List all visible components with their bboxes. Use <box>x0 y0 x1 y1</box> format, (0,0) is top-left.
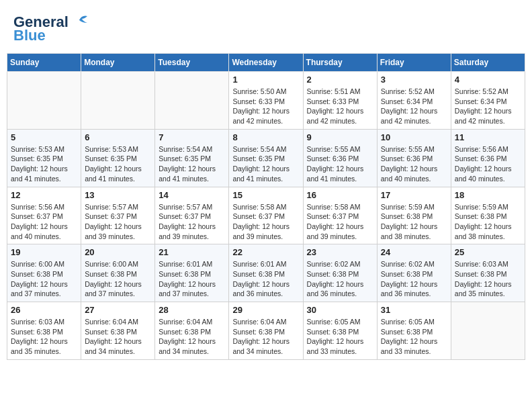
calendar-cell: 4Sunrise: 5:52 AM Sunset: 6:34 PM Daylig… <box>451 72 525 130</box>
day-number: 10 <box>381 132 447 142</box>
calendar-cell: 1Sunrise: 5:50 AM Sunset: 6:33 PM Daylig… <box>229 72 303 130</box>
calendar-cell: 5Sunrise: 5:53 AM Sunset: 6:35 PM Daylig… <box>7 129 81 187</box>
day-number: 7 <box>159 132 225 142</box>
day-number: 17 <box>381 190 447 200</box>
calendar-cell: 29Sunrise: 6:04 AM Sunset: 6:38 PM Dayli… <box>229 302 303 360</box>
calendar-header-row: SundayMondayTuesdayWednesdayThursdayFrid… <box>7 54 525 72</box>
day-number: 13 <box>85 190 151 200</box>
calendar-cell: 25Sunrise: 6:03 AM Sunset: 6:38 PM Dayli… <box>451 244 525 302</box>
day-number: 25 <box>455 247 521 257</box>
day-number: 27 <box>85 305 151 315</box>
day-number: 4 <box>455 75 521 85</box>
day-info: Sunrise: 5:59 AM Sunset: 6:38 PM Dayligh… <box>381 202 447 242</box>
day-info: Sunrise: 6:05 AM Sunset: 6:38 PM Dayligh… <box>381 317 447 357</box>
calendar-cell: 14Sunrise: 5:57 AM Sunset: 6:37 PM Dayli… <box>155 187 229 244</box>
day-number: 20 <box>85 247 151 257</box>
day-info: Sunrise: 6:03 AM Sunset: 6:38 PM Dayligh… <box>11 317 77 357</box>
calendar-cell: 6Sunrise: 5:53 AM Sunset: 6:35 PM Daylig… <box>81 129 155 187</box>
calendar-cell: 22Sunrise: 6:01 AM Sunset: 6:38 PM Dayli… <box>229 244 303 302</box>
weekday-header: Friday <box>377 54 451 72</box>
day-info: Sunrise: 5:52 AM Sunset: 6:34 PM Dayligh… <box>381 87 447 126</box>
calendar-cell: 9Sunrise: 5:55 AM Sunset: 6:36 PM Daylig… <box>303 129 377 187</box>
day-number: 11 <box>455 132 521 142</box>
day-info: Sunrise: 6:01 AM Sunset: 6:38 PM Dayligh… <box>232 259 299 299</box>
day-number: 3 <box>381 75 447 85</box>
calendar-cell: 23Sunrise: 6:02 AM Sunset: 6:38 PM Dayli… <box>303 244 377 302</box>
calendar-cell: 3Sunrise: 5:52 AM Sunset: 6:34 PM Daylig… <box>377 72 451 130</box>
calendar-cell: 2Sunrise: 5:51 AM Sunset: 6:33 PM Daylig… <box>303 72 377 130</box>
day-number: 19 <box>11 247 77 257</box>
day-number: 23 <box>307 247 373 257</box>
day-info: Sunrise: 5:59 AM Sunset: 6:38 PM Dayligh… <box>455 202 521 242</box>
calendar-body: 1Sunrise: 5:50 AM Sunset: 6:33 PM Daylig… <box>7 72 525 360</box>
day-info: Sunrise: 5:56 AM Sunset: 6:37 PM Dayligh… <box>11 202 77 242</box>
calendar-cell: 15Sunrise: 5:58 AM Sunset: 6:37 PM Dayli… <box>229 187 303 244</box>
day-info: Sunrise: 5:51 AM Sunset: 6:33 PM Dayligh… <box>307 87 373 126</box>
calendar-cell: 16Sunrise: 5:58 AM Sunset: 6:37 PM Dayli… <box>303 187 377 244</box>
day-info: Sunrise: 5:52 AM Sunset: 6:34 PM Dayligh… <box>455 87 521 126</box>
calendar-cell <box>7 72 81 130</box>
calendar-cell: 13Sunrise: 5:57 AM Sunset: 6:37 PM Dayli… <box>81 187 155 244</box>
calendar-cell: 12Sunrise: 5:56 AM Sunset: 6:37 PM Dayli… <box>7 187 81 244</box>
weekday-header: Wednesday <box>229 54 303 72</box>
day-info: Sunrise: 5:54 AM Sunset: 6:35 PM Dayligh… <box>159 144 225 184</box>
weekday-header: Monday <box>81 54 155 72</box>
day-info: Sunrise: 6:04 AM Sunset: 6:38 PM Dayligh… <box>85 317 151 357</box>
calendar-cell: 11Sunrise: 5:56 AM Sunset: 6:36 PM Dayli… <box>451 129 525 187</box>
day-info: Sunrise: 5:56 AM Sunset: 6:36 PM Dayligh… <box>455 144 521 184</box>
weekday-header: Saturday <box>451 54 525 72</box>
day-number: 28 <box>159 305 225 315</box>
calendar-cell: 17Sunrise: 5:59 AM Sunset: 6:38 PM Dayli… <box>377 187 451 244</box>
day-number: 24 <box>381 247 447 257</box>
day-info: Sunrise: 6:02 AM Sunset: 6:38 PM Dayligh… <box>381 259 447 299</box>
day-info: Sunrise: 5:55 AM Sunset: 6:36 PM Dayligh… <box>307 144 373 184</box>
day-info: Sunrise: 6:02 AM Sunset: 6:38 PM Dayligh… <box>307 259 373 299</box>
calendar-week-row: 26Sunrise: 6:03 AM Sunset: 6:38 PM Dayli… <box>7 302 525 360</box>
day-number: 31 <box>381 305 447 315</box>
weekday-header: Thursday <box>303 54 377 72</box>
day-info: Sunrise: 5:57 AM Sunset: 6:37 PM Dayligh… <box>85 202 151 242</box>
day-info: Sunrise: 6:04 AM Sunset: 6:38 PM Dayligh… <box>159 317 225 357</box>
day-info: Sunrise: 5:58 AM Sunset: 6:37 PM Dayligh… <box>232 202 299 242</box>
calendar-table: SundayMondayTuesdayWednesdayThursdayFrid… <box>7 53 525 360</box>
calendar-cell: 21Sunrise: 6:01 AM Sunset: 6:38 PM Dayli… <box>155 244 229 302</box>
calendar-cell: 30Sunrise: 6:05 AM Sunset: 6:38 PM Dayli… <box>303 302 377 360</box>
day-info: Sunrise: 6:04 AM Sunset: 6:38 PM Dayligh… <box>232 317 299 357</box>
calendar-cell: 7Sunrise: 5:54 AM Sunset: 6:35 PM Daylig… <box>155 129 229 187</box>
day-number: 5 <box>11 132 77 142</box>
calendar-week-row: 12Sunrise: 5:56 AM Sunset: 6:37 PM Dayli… <box>7 187 525 244</box>
day-number: 14 <box>159 190 225 200</box>
calendar-cell: 10Sunrise: 5:55 AM Sunset: 6:36 PM Dayli… <box>377 129 451 187</box>
day-info: Sunrise: 5:53 AM Sunset: 6:35 PM Dayligh… <box>11 144 77 184</box>
calendar-cell <box>451 302 525 360</box>
calendar-cell: 8Sunrise: 5:54 AM Sunset: 6:35 PM Daylig… <box>229 129 303 187</box>
day-number: 9 <box>307 132 373 142</box>
day-number: 22 <box>232 247 299 257</box>
day-info: Sunrise: 6:00 AM Sunset: 6:38 PM Dayligh… <box>85 259 151 299</box>
calendar-cell: 20Sunrise: 6:00 AM Sunset: 6:38 PM Dayli… <box>81 244 155 302</box>
day-number: 8 <box>232 132 299 142</box>
calendar-cell: 28Sunrise: 6:04 AM Sunset: 6:38 PM Dayli… <box>155 302 229 360</box>
calendar-cell: 24Sunrise: 6:02 AM Sunset: 6:38 PM Dayli… <box>377 244 451 302</box>
weekday-header: Sunday <box>7 54 81 72</box>
day-number: 18 <box>455 190 521 200</box>
day-info: Sunrise: 5:58 AM Sunset: 6:37 PM Dayligh… <box>307 202 373 242</box>
weekday-header: Tuesday <box>155 54 229 72</box>
calendar-week-row: 1Sunrise: 5:50 AM Sunset: 6:33 PM Daylig… <box>7 72 525 130</box>
day-info: Sunrise: 5:53 AM Sunset: 6:35 PM Dayligh… <box>85 144 151 184</box>
calendar-cell <box>155 72 229 130</box>
calendar-cell: 18Sunrise: 5:59 AM Sunset: 6:38 PM Dayli… <box>451 187 525 244</box>
logo-bird-icon <box>70 13 89 28</box>
calendar-cell: 26Sunrise: 6:03 AM Sunset: 6:38 PM Dayli… <box>7 302 81 360</box>
day-number: 1 <box>232 75 299 85</box>
day-info: Sunrise: 5:50 AM Sunset: 6:33 PM Dayligh… <box>232 87 299 126</box>
day-number: 21 <box>159 247 225 257</box>
day-info: Sunrise: 5:55 AM Sunset: 6:36 PM Dayligh… <box>381 144 447 184</box>
calendar-cell <box>81 72 155 130</box>
day-number: 30 <box>307 305 373 315</box>
day-number: 29 <box>232 305 299 315</box>
header: General Blue <box>7 7 525 48</box>
calendar-cell: 27Sunrise: 6:04 AM Sunset: 6:38 PM Dayli… <box>81 302 155 360</box>
calendar-week-row: 5Sunrise: 5:53 AM Sunset: 6:35 PM Daylig… <box>7 129 525 187</box>
day-number: 15 <box>232 190 299 200</box>
